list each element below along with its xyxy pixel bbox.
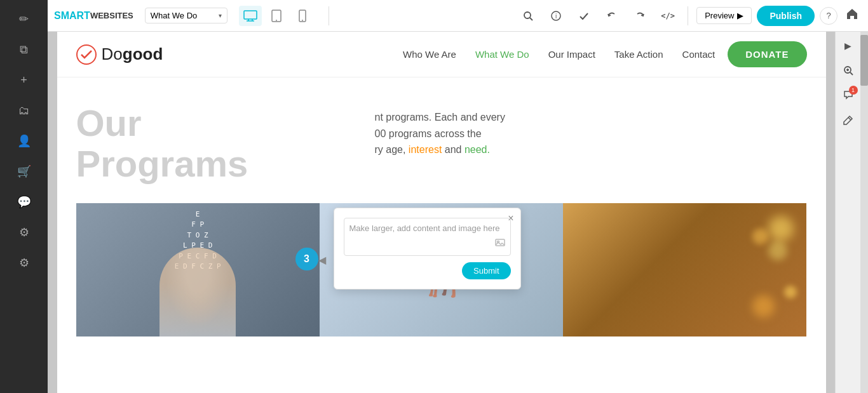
comment-input-area: Make larger, add content and image here [344,218,511,256]
toolbar-divider [329,6,329,25]
nav-item-impact[interactable]: Our Impact [548,49,595,60]
logo-smart: SMART [54,10,90,22]
svg-text:i: i [555,13,557,20]
website-canvas: Dogood Who We Are What We Do Our Impact … [57,32,826,393]
image-bokeh [563,203,806,336]
device-mobile-button[interactable] [291,6,314,26]
sidebar-item-pages[interactable]: ⧉ [11,37,37,62]
comment-popup: × Make larger, add content and image her… [334,208,521,290]
info-button[interactable]: i [545,4,567,27]
app-logo: SMART WEBSITES [54,10,133,22]
zoom-in-button[interactable] [837,60,859,81]
expand-right-button[interactable]: ▶ [837,35,859,57]
image-eye-chart: EF PT O ZL P E DP E C F DE D F C Z P [76,203,320,336]
step-3-bubble: 3 [295,248,318,270]
sidebar-item-settings[interactable]: ⚙ [11,250,37,276]
code-button[interactable]: </> [656,4,679,27]
sidebar-item-user[interactable]: 👤 [11,128,37,154]
device-selector [239,6,314,26]
scrollbar-thumb[interactable] [860,35,868,86]
svg-line-18 [850,72,853,75]
submit-button[interactable]: Submit [462,262,510,279]
svg-point-8 [524,12,531,18]
main-area: SMART WEBSITES What We Do ▾ [48,0,868,393]
sidebar-item-cart[interactable]: 🛒 [11,159,37,184]
page-selector-text: What We Do [151,11,216,20]
programs-text: nt programs. Each and every 00 programs … [375,109,807,158]
site-header: Dogood Who We Are What We Do Our Impact … [57,32,826,77]
site-nav: Who We Are What We Do Our Impact Take Ac… [403,49,715,60]
left-sidebar: ✏ ⧉ + 🗂 👤 🛒 💬 ⚙ ⚙ [0,0,48,393]
nav-item-who[interactable]: Who We Are [403,49,456,60]
sidebar-item-add[interactable]: + [11,67,37,93]
publish-button[interactable]: Publish [757,6,815,26]
check-button[interactable] [573,4,595,27]
edit-pen-button[interactable] [837,109,859,131]
sidebar-item-apps[interactable]: ⚙ [11,220,37,245]
home-button[interactable] [843,4,862,27]
svg-point-7 [302,20,303,21]
svg-line-9 [530,18,532,20]
svg-point-12 [77,45,96,64]
sidebar-item-edit[interactable]: ✏ [11,6,37,32]
chat-badge: 1 [849,86,858,95]
undo-button[interactable] [600,4,623,27]
comment-placeholder: Make larger, add content and image here [349,223,500,233]
donate-button[interactable]: DONATE [728,41,806,67]
device-tablet-button[interactable] [265,6,288,26]
logo-icon [76,44,97,65]
right-panel: ▶ 1 [835,32,860,393]
svg-rect-0 [244,11,257,19]
page-selector[interactable]: What We Do ▾ [145,8,227,23]
toolbar: SMART WEBSITES What We Do ▾ [48,0,868,32]
chat-button[interactable]: 1 [837,84,859,106]
site-logo: Dogood [76,44,163,65]
search-button[interactable] [517,4,539,27]
nav-item-contact[interactable]: Contact [682,49,715,60]
preview-label: Preview [705,11,734,20]
step-arrow-icon: ◀ [318,254,326,266]
sidebar-item-chat[interactable]: 💬 [11,189,37,215]
chevron-down-icon: ▾ [219,12,222,19]
image-icon [495,237,505,250]
device-desktop-button[interactable] [239,6,262,26]
preview-icon: ▶ [737,11,743,20]
page-content: Our Programs nt programs. Each and every… [57,77,826,350]
toolbar-divider-2 [688,6,688,25]
nav-item-what[interactable]: What We Do [475,49,529,60]
canvas-wrapper: Dogood Who We Are What We Do Our Impact … [48,32,868,393]
logo-websites: WEBSITES [90,11,133,20]
svg-line-19 [848,117,851,120]
preview-button[interactable]: Preview ▶ [696,7,752,24]
nav-item-action[interactable]: Take Action [614,49,663,60]
help-button[interactable]: ? [820,7,837,25]
sidebar-item-folder[interactable]: 🗂 [11,98,37,123]
redo-button[interactable] [628,4,651,27]
logo-do: Dogood [102,44,163,64]
svg-point-5 [276,20,277,21]
vertical-scrollbar[interactable] [860,32,868,393]
